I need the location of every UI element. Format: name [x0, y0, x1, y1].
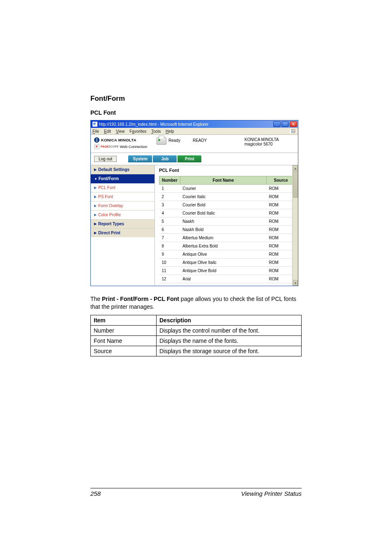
sidebar-item-direct-print[interactable]: ▶Direct Print [91, 229, 154, 237]
triangle-down-icon: ▼ [94, 177, 97, 181]
triangle-right-icon: ▶ [94, 186, 97, 190]
menu-help[interactable]: Help [166, 129, 174, 134]
table-row: 6Naskh BoldROM [159, 226, 295, 234]
table-row: 10Antique Olive ItalicROM [159, 259, 295, 267]
sidebar-item-report-types[interactable]: ▶Report Types [91, 220, 154, 229]
cell-number: 6 [159, 226, 180, 234]
cell-item: Number [91, 325, 157, 335]
cell-number: 5 [159, 217, 180, 226]
ie-flag-icon: 🪟 [290, 129, 296, 134]
cell-source: ROM [267, 267, 295, 275]
logout-button[interactable]: Log out [94, 156, 117, 162]
triangle-right-icon: ▶ [94, 213, 97, 217]
status-ready-big: READY [193, 137, 207, 143]
menu-tools[interactable]: Tools [151, 129, 161, 134]
cell-description: Displays the name of the fonts. [157, 335, 302, 346]
table-row: 1CourierROM [159, 185, 295, 193]
table-row: 11Antique Olive BoldROM [159, 267, 295, 275]
table-row: 12ArialROM [159, 275, 295, 283]
browser-menubar: File Edit View Favorites Tools Help 🪟 [91, 128, 298, 135]
menu-edit[interactable]: Edit [104, 129, 111, 134]
table-row: 2Courier ItalicROM [159, 193, 295, 201]
main-content: PCL Font Number Font Name Source 1Courie… [155, 165, 298, 286]
sidebar-item-form-overlay[interactable]: ▶Form Overlay [91, 201, 154, 210]
minimize-button[interactable]: _ [273, 121, 281, 127]
section-heading: Font/Form [90, 95, 302, 103]
menu-view[interactable]: View [116, 129, 125, 134]
cell-source: ROM [267, 201, 295, 209]
cell-source: ROM [267, 275, 295, 283]
page-number: 258 [90, 490, 101, 497]
cell-number: 9 [159, 250, 180, 259]
close-button[interactable]: X [290, 121, 297, 127]
cell-font-name: Naskh [180, 217, 266, 226]
table-row: Font NameDisplays the name of the fonts. [91, 335, 302, 346]
scroll-down-icon[interactable]: ▾ [293, 280, 298, 286]
table-row: 3Courier BoldROM [159, 201, 295, 209]
cell-item: Source [91, 346, 157, 356]
sidebar-item-label: Report Types [98, 222, 124, 226]
cell-font-name: Albertus Extra Bold [180, 242, 266, 250]
cell-font-name: Courier Bold Italic [180, 209, 266, 217]
table-row: 7Albertus MediumROM [159, 234, 295, 242]
triangle-right-icon: ▶ [94, 204, 97, 208]
sidebar-item-label: PS Font [98, 194, 113, 199]
cell-number: 12 [159, 275, 180, 283]
cell-number: 11 [159, 267, 180, 275]
window-title: http://192.168.1.2/m_index.html - Micros… [99, 122, 208, 127]
table-row: 4Courier Bold ItalicROM [159, 209, 295, 217]
footer-label: Viewing Printer Status [241, 490, 302, 497]
maximize-button[interactable]: □ [281, 121, 289, 127]
sidebar-item-font-form[interactable]: ▼ Font/Form [91, 174, 154, 183]
browser-window: http://192.168.1.2/m_index.html - Micros… [90, 120, 298, 286]
cell-font-name: Courier [180, 185, 266, 193]
triangle-right-icon: ▶ [94, 231, 97, 235]
menu-favorites[interactable]: Favorites [129, 129, 146, 134]
tab-print[interactable]: Print [178, 155, 201, 162]
table-row: 5NaskhROM [159, 217, 295, 226]
sidebar-item-pcl-font[interactable]: ▶PCL Font [91, 183, 154, 192]
triangle-right-icon: ▶ [94, 168, 97, 171]
subsection-heading: PCL Font [90, 109, 302, 116]
sidebar-item-label: Direct Print [98, 231, 120, 235]
menu-file[interactable]: File [92, 129, 99, 134]
cell-source: ROM [267, 250, 295, 259]
cell-font-name: Arial [180, 275, 266, 283]
cell-font-name: Courier Bold [180, 201, 266, 209]
table-row: 9Antique OliveROM [159, 250, 295, 259]
tab-system[interactable]: System [128, 155, 152, 162]
device-brand: KONICA MINOLTA [244, 137, 295, 142]
brand-text: KONICA MINOLTA [101, 138, 136, 142]
sidebar-item-label: Default Settings [98, 167, 129, 172]
cell-number: 2 [159, 193, 180, 201]
description-table: Item Description NumberDisplays the cont… [90, 315, 302, 356]
pagescope-text: Web Connection [120, 145, 147, 149]
scroll-thumb[interactable] [293, 171, 298, 198]
cell-description: Displays the control number of the font. [157, 325, 302, 335]
vertical-scrollbar[interactable]: ▴ ▾ [292, 165, 298, 286]
sidebar-item-ps-font[interactable]: ▶PS Font [91, 192, 154, 201]
cell-source: ROM [267, 259, 295, 267]
col-header-source: Source [267, 176, 295, 185]
pagescope-icon: P [94, 144, 99, 149]
printer-icon [157, 137, 166, 145]
cell-item: Font Name [91, 335, 157, 346]
sidebar-item-label: Font/Form [99, 176, 119, 181]
sidebar-item-default-settings[interactable]: ▶Default Settings [91, 165, 154, 174]
cell-source: ROM [267, 242, 295, 250]
cell-source: ROM [267, 193, 295, 201]
col-header-font-name: Font Name [180, 176, 266, 185]
desc-col-description: Description [157, 315, 302, 325]
cell-font-name: Courier Italic [180, 193, 266, 201]
scroll-up-icon[interactable]: ▴ [293, 165, 298, 171]
app-header: KONICA MINOLTA P PAGESCOPE Web Connectio… [91, 135, 298, 153]
cell-number: 3 [159, 201, 180, 209]
sidebar-item-color-profile[interactable]: ▶Color Profile [91, 210, 154, 220]
window-titlebar: http://192.168.1.2/m_index.html - Micros… [91, 120, 298, 128]
table-row: NumberDisplays the control number of the… [91, 325, 302, 335]
cell-source: ROM [267, 217, 295, 226]
sidebar-item-label: PCL Font [98, 185, 115, 190]
cell-source: ROM [267, 234, 295, 242]
tab-job[interactable]: Job [153, 155, 177, 162]
pagescope-brand: PAGESCOPE [101, 145, 119, 148]
